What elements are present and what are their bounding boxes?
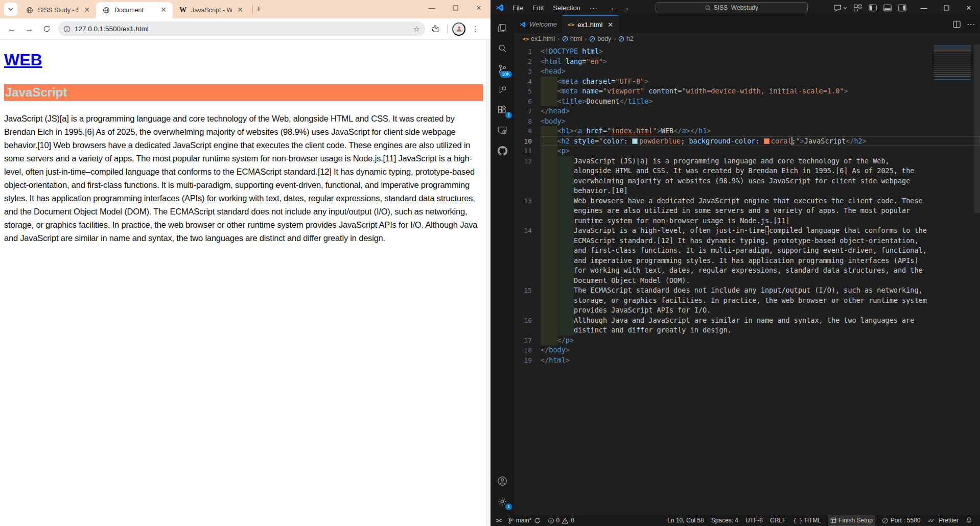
menu-file[interactable]: File bbox=[508, 3, 527, 13]
extensions-puzzle-button[interactable] bbox=[427, 21, 442, 37]
maximize-button[interactable] bbox=[935, 0, 958, 15]
breadcrumb-html[interactable]: html bbox=[562, 35, 582, 42]
nav-back-icon[interactable]: ← bbox=[610, 4, 617, 12]
toggle-secondary-sidebar-icon[interactable] bbox=[898, 4, 906, 12]
menu-edit[interactable]: Edit bbox=[528, 3, 548, 13]
code-row[interactable]: Document Object Model (DOM). bbox=[514, 276, 980, 286]
code-row[interactable]: 9 <h1><a href="index.html">WEB</a></h1> bbox=[514, 126, 980, 136]
language-mode[interactable]: { } HTML bbox=[790, 515, 824, 526]
tab-close-icon[interactable]: ✕ bbox=[608, 21, 613, 29]
code-row[interactable]: 6 <title>Document</title> bbox=[514, 97, 980, 107]
close-button[interactable]: ✕ bbox=[958, 0, 980, 15]
browser-scrollbar[interactable] bbox=[486, 40, 491, 525]
encoding[interactable]: UTF-8 bbox=[743, 515, 765, 526]
copilot-button[interactable] bbox=[834, 4, 847, 12]
code-row[interactable]: 3<head> bbox=[514, 66, 980, 77]
finish-setup-item[interactable]: Finish Setup bbox=[828, 515, 875, 526]
reload-button[interactable] bbox=[39, 21, 54, 37]
toggle-panel-icon[interactable] bbox=[883, 4, 892, 12]
code-row[interactable]: 5 <meta name="viewport" content="width=d… bbox=[514, 86, 980, 97]
url-text[interactable]: 127.0.0.1:5500/ex1.html bbox=[75, 25, 409, 33]
forward-button[interactable]: → bbox=[21, 21, 37, 37]
command-center-search[interactable]: SISS_Webstudy bbox=[656, 2, 808, 13]
browser-menu-kebab-icon[interactable]: ⋮ bbox=[468, 25, 483, 34]
code-row[interactable]: 12 JavaScript (JS)[a] is a programming l… bbox=[514, 156, 980, 166]
git-branch-item[interactable]: main* bbox=[505, 515, 543, 526]
remote-explorer-icon[interactable] bbox=[492, 120, 512, 140]
code-row[interactable]: 16 Although Java and JavaScript are simi… bbox=[514, 316, 980, 326]
code-row[interactable]: 15 The ECMAScript standard does not incl… bbox=[514, 285, 980, 296]
code-row[interactable]: behavior.[10] bbox=[514, 186, 980, 196]
code-row[interactable]: 11 <p> bbox=[514, 146, 980, 156]
code-row[interactable]: 1<!DOCTYPE html> bbox=[514, 46, 980, 57]
breadcrumb-h2[interactable]: h2 bbox=[618, 35, 634, 42]
code-row[interactable]: storage, or graphics facilities. In prac… bbox=[514, 296, 980, 306]
notifications-bell[interactable] bbox=[963, 515, 975, 526]
code-row[interactable]: 19</html> bbox=[514, 355, 980, 366]
code-row[interactable]: 10 <h2 style="color: powderblue; backgro… bbox=[514, 136, 980, 147]
profile-avatar[interactable] bbox=[452, 22, 465, 36]
prettier-item[interactable]: ✓✓ Prettier bbox=[925, 515, 961, 526]
browser-tab-document[interactable]: Document ✕ bbox=[96, 2, 173, 18]
web-link[interactable]: WEB bbox=[4, 51, 42, 69]
editor-tab-welcome[interactable]: Welcome bbox=[514, 15, 563, 33]
code-row[interactable]: 14 JavaScript is a high-level, often jus… bbox=[514, 226, 980, 236]
minimize-button[interactable]: — bbox=[420, 0, 444, 15]
explorer-icon[interactable] bbox=[492, 18, 512, 38]
code-row[interactable]: and first-class functions. It is multi-p… bbox=[514, 246, 980, 256]
code-row[interactable]: 7</head> bbox=[514, 106, 980, 116]
indentation[interactable]: Spaces: 4 bbox=[709, 515, 741, 526]
eol-sequence[interactable]: CRLF bbox=[767, 515, 788, 526]
code-row[interactable]: 18</body> bbox=[514, 345, 980, 355]
maximize-button[interactable] bbox=[444, 0, 467, 15]
remote-indicator[interactable]: >< bbox=[494, 515, 503, 526]
site-info-icon[interactable] bbox=[63, 26, 71, 33]
code-row[interactable]: provides JavaScript APIs for I/O. bbox=[514, 305, 980, 316]
search-icon[interactable] bbox=[492, 38, 512, 59]
code-row[interactable]: runtime system for non-browser usage is … bbox=[514, 216, 980, 226]
code-row[interactable]: 8<body> bbox=[514, 116, 980, 127]
editor-tab-ex1[interactable]: <> ex1.html ✕ bbox=[563, 15, 619, 33]
live-server-port[interactable]: Port : 5500 bbox=[879, 515, 923, 526]
code-row[interactable]: engines are also utilized in some server… bbox=[514, 206, 980, 216]
browser-tab-wikipedia[interactable]: W JavaScript - Wikipedia ✕ bbox=[173, 2, 249, 18]
toggle-primary-sidebar-icon[interactable] bbox=[869, 4, 877, 12]
editor-scrollbar[interactable] bbox=[974, 44, 980, 213]
source-control-icon[interactable]: 10K bbox=[492, 59, 512, 79]
minimize-button[interactable]: — bbox=[913, 0, 935, 15]
github-icon[interactable] bbox=[492, 140, 512, 161]
accounts-icon[interactable] bbox=[492, 471, 512, 491]
extensions-icon[interactable]: 1 bbox=[492, 100, 512, 120]
split-editor-icon[interactable] bbox=[953, 20, 961, 28]
breadcrumb-body[interactable]: body bbox=[589, 35, 611, 42]
menu-more[interactable]: ··· bbox=[586, 3, 602, 13]
code-row[interactable]: 13 Web browsers have a dedicated JavaScr… bbox=[514, 196, 980, 206]
bookmark-star-icon[interactable]: ☆ bbox=[413, 25, 420, 34]
code-row[interactable]: alongside HTML and CSS. It was created b… bbox=[514, 166, 980, 176]
run-debug-icon[interactable] bbox=[492, 79, 512, 100]
code-row[interactable]: for working with text, dates, regular ex… bbox=[514, 266, 980, 276]
customize-layout-icon[interactable] bbox=[854, 4, 862, 12]
minimap[interactable] bbox=[931, 45, 973, 82]
code-row[interactable]: distinct and differ greatly in design. bbox=[514, 325, 980, 336]
back-button[interactable]: ← bbox=[4, 21, 19, 37]
breadcrumb-file[interactable]: <> ex1.html bbox=[523, 35, 555, 42]
tab-search-button[interactable] bbox=[4, 3, 17, 16]
code-row[interactable]: 2<html lang="en"> bbox=[514, 57, 980, 67]
more-actions-icon[interactable]: ⋯ bbox=[967, 19, 975, 29]
menu-selection[interactable]: Selection bbox=[549, 3, 584, 13]
problems-item[interactable]: 0 0 bbox=[545, 515, 577, 526]
code-row[interactable]: and imperative programming styles. It ha… bbox=[514, 256, 980, 266]
nav-forward-icon[interactable]: → bbox=[622, 4, 629, 12]
browser-tab-siss[interactable]: SISS Study - Sewon Lee ✕ bbox=[19, 2, 96, 18]
settings-gear-icon[interactable]: 1 bbox=[492, 491, 512, 512]
code-row[interactable]: ECMAScript standard.[12] It has dynamic … bbox=[514, 236, 980, 246]
tab-close-icon[interactable]: ✕ bbox=[236, 6, 244, 14]
code-row[interactable]: overwhelming majority of websites (98.9%… bbox=[514, 176, 980, 186]
new-tab-button[interactable]: + bbox=[256, 4, 262, 15]
code-editor[interactable]: 1<!DOCTYPE html>2<html lang="en">3<head>… bbox=[514, 44, 980, 515]
code-row[interactable]: 4 <meta charset="UTF-8"> bbox=[514, 77, 980, 87]
cursor-position[interactable]: Ln 10, Col 58 bbox=[665, 515, 706, 526]
tab-close-icon[interactable]: ✕ bbox=[83, 6, 91, 14]
address-bar[interactable]: 127.0.0.1:5500/ex1.html ☆ bbox=[58, 21, 425, 36]
